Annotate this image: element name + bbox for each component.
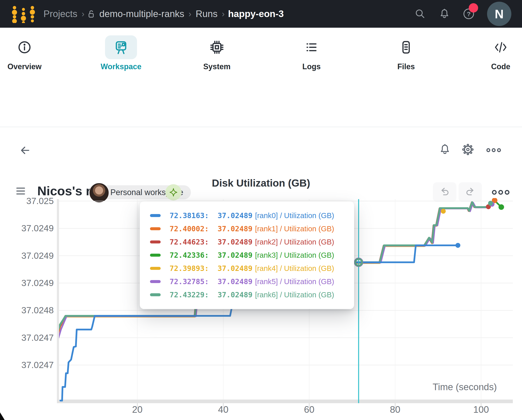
tooltip-row: 72.32785: 37.02489[rank5] / Utilization …	[140, 275, 354, 288]
tooltip-series-label: [rank2] / Utilization (GB)	[255, 238, 334, 246]
series-swatch-icon	[150, 240, 161, 244]
series-swatch-icon	[150, 280, 161, 283]
end-dot-rank0	[455, 243, 461, 248]
tooltip-values: 72.43229: 37.02489	[169, 290, 253, 299]
tooltip-row: 72.39893: 37.02489[rank4] / Utilization …	[140, 262, 354, 275]
end-dot-rank4	[441, 209, 446, 214]
end-dot-rank3	[499, 204, 504, 210]
tooltip-values: 72.38163: 37.02489	[169, 211, 253, 220]
series-swatch-icon	[150, 214, 161, 217]
series-swatch-icon	[150, 227, 161, 230]
tooltip-series-label: [rank3] / Utilization (GB)	[255, 251, 334, 260]
series-swatch-icon	[150, 293, 161, 296]
tooltip-series-label: [rank6] / Utilization (GB)	[255, 290, 334, 299]
x-axis-line	[57, 400, 513, 403]
app-window: Projects › demo-multiple-ranks › Runs › …	[0, 0, 522, 420]
tooltip-series-label: [rank4] / Utilization (GB)	[255, 264, 334, 273]
tooltip-values: 72.40002: 37.02489	[169, 224, 253, 233]
x-tick-mark	[309, 403, 310, 408]
tooltip-values: 72.32785: 37.02489	[169, 277, 253, 286]
tooltip-series-label: [rank5] / Utilization (GB)	[255, 277, 334, 286]
x-tick-mark	[223, 403, 223, 408]
tooltip-series-label: [rank1] / Utilization (GB)	[255, 224, 334, 233]
y-axis-line	[57, 199, 59, 403]
x-tick-mark	[395, 403, 395, 408]
tooltip-values: 72.44623: 37.02489	[169, 238, 253, 246]
tooltip-row: 72.40002: 37.02489[rank1] / Utilization …	[140, 222, 354, 235]
tooltip-row: 72.42336: 37.02489[rank3] / Utilization …	[140, 249, 354, 262]
x-tick-mark	[137, 403, 138, 408]
tooltip-row: 72.43229: 37.02489[rank6] / Utilization …	[140, 288, 354, 301]
x-tick-mark	[481, 403, 482, 408]
tooltip-values: 72.42336: 37.02489	[169, 251, 253, 260]
tooltip-series-label: [rank0] / Utilization (GB)	[255, 211, 334, 220]
tooltip-values: 72.39893: 37.02489	[169, 264, 253, 273]
series-swatch-icon	[150, 254, 161, 257]
tooltip-row: 72.44623: 37.02489[rank2] / Utilization …	[140, 235, 354, 249]
series-swatch-icon	[150, 267, 161, 270]
chart-tooltip: 72.38163: 37.02489[rank0] / Utilization …	[140, 201, 354, 309]
tooltip-row: 72.38163: 37.02489[rank0] / Utilization …	[140, 209, 354, 222]
end-dot-rank6	[488, 201, 493, 206]
